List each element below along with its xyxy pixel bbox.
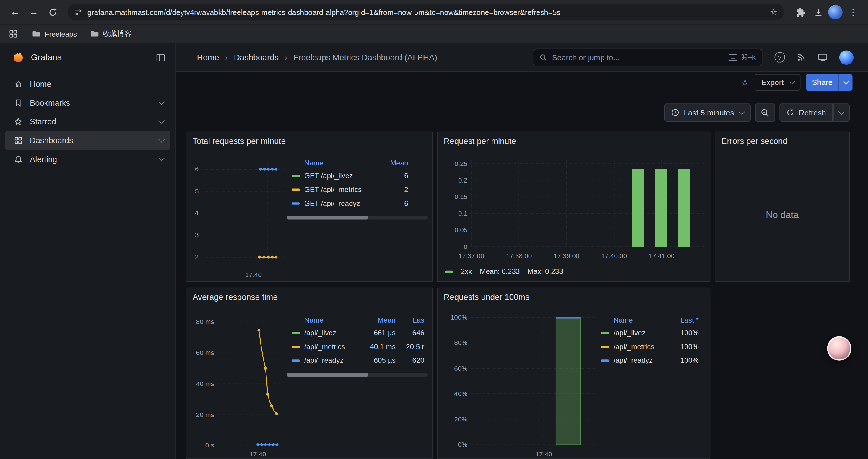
series-name[interactable]: GET /api/_livez — [304, 171, 375, 179]
series-name[interactable]: /api/_metrics — [304, 342, 354, 351]
column-header-name[interactable]: Name — [304, 316, 323, 324]
series-color-dash — [601, 345, 609, 347]
sidebar-item-starred[interactable]: Starred — [5, 112, 170, 131]
search-input[interactable]: Search or jump to... ⌘+k — [533, 48, 762, 66]
chevron-down-icon[interactable] — [158, 155, 164, 161]
sidebar-item-bookmarks[interactable]: Bookmarks — [5, 93, 170, 112]
zoom-out-button[interactable] — [755, 103, 775, 122]
help-button[interactable]: ? — [775, 52, 785, 63]
legend-row[interactable]: /api/_readyz 100% — [598, 354, 705, 367]
tv-kiosk-button[interactable] — [818, 53, 828, 62]
bookmark-item-freeleaps[interactable]: Freeleaps — [32, 29, 77, 38]
column-header-mean[interactable]: Mean — [354, 316, 396, 324]
chevron-down-icon — [739, 108, 745, 114]
apps-grid-button[interactable] — [8, 26, 19, 41]
legend-row[interactable]: GET /api/_metrics 2 — [286, 183, 428, 196]
bookmark-item-blogs[interactable]: 收藏博客 — [90, 29, 131, 39]
forward-button[interactable]: → — [25, 4, 42, 21]
time-range-label: Last 5 minutes — [684, 108, 734, 117]
browser-menu-button[interactable]: ⋮ — [845, 4, 861, 21]
legend-table: Name Mean GET /api/_livez 6 GET /api/_me… — [286, 157, 428, 210]
legend-row[interactable]: /api/_metrics 40.1 ms 20.5 r — [286, 340, 428, 354]
share-menu-button[interactable] — [839, 74, 852, 91]
legend-row[interactable]: /api/_livez 100% — [598, 326, 705, 340]
dashboards-icon — [14, 136, 23, 145]
legend-row[interactable]: GET /api/_livez 6 — [286, 169, 428, 183]
series-last: 646 — [396, 328, 424, 337]
series-name[interactable]: /api/_readyz — [614, 356, 668, 364]
time-range-picker[interactable]: Last 5 minutes — [664, 103, 751, 122]
share-label: Share — [812, 78, 833, 87]
refresh-button[interactable]: Refresh — [779, 103, 833, 122]
series-name[interactable]: 2xx — [461, 267, 472, 275]
export-label: Export — [761, 78, 784, 87]
refresh-interval-button[interactable] — [833, 103, 850, 122]
series-name[interactable]: /api/_livez — [614, 328, 668, 337]
chevron-down-icon[interactable] — [158, 136, 164, 142]
panel-errors-per-second: Errors per second No data — [715, 132, 850, 282]
column-header-mean[interactable]: Mean — [375, 158, 408, 167]
downloads-button[interactable] — [810, 4, 826, 20]
bookmark-page-star-icon[interactable]: ☆ — [770, 7, 777, 17]
reload-button[interactable] — [44, 4, 61, 21]
sidebar-item-alerting[interactable]: Alerting — [5, 150, 170, 169]
series-color-dash — [291, 202, 300, 204]
breadcrumb-dashboards[interactable]: Dashboards — [234, 53, 278, 62]
site-info-icon[interactable] — [74, 8, 83, 16]
column-header-last[interactable]: Last * — [668, 316, 699, 324]
series-name[interactable]: /api/_metrics — [614, 342, 668, 351]
search-shortcut: ⌘+k — [728, 53, 756, 61]
legend-row[interactable]: /api/_livez 661 µs 646 — [286, 326, 428, 340]
bell-icon — [14, 155, 23, 164]
sidebar-header: Grafana — [0, 43, 176, 72]
series-color-dash — [291, 189, 300, 191]
legend-row[interactable]: /api/_readyz 605 µs 620 — [286, 354, 428, 367]
breadcrumb-separator: › — [285, 53, 287, 62]
header-icons: ? — [775, 50, 854, 64]
series-mean: 661 µs — [354, 328, 396, 337]
share-button[interactable]: Share — [806, 74, 839, 91]
favorite-dashboard-star-icon[interactable]: ☆ — [741, 76, 749, 88]
search-icon — [539, 54, 547, 61]
legend-row[interactable]: /api/_metrics 100% — [598, 340, 705, 354]
floating-assistant-avatar[interactable] — [827, 336, 851, 360]
series-name[interactable]: /api/_readyz — [304, 356, 354, 364]
export-button[interactable]: Export — [754, 74, 800, 91]
grafana-logo[interactable] — [12, 52, 24, 64]
series-last: 100% — [668, 356, 699, 364]
panel-title[interactable]: Errors per second — [721, 136, 787, 145]
browser-profile-avatar[interactable] — [828, 5, 843, 20]
scrollbar-thumb[interactable] — [286, 216, 368, 220]
column-header-name[interactable]: Name — [614, 316, 633, 324]
series-name[interactable]: GET /api/_metrics — [304, 185, 375, 193]
series-color-dash — [291, 332, 300, 334]
column-header-last[interactable]: Las — [396, 316, 424, 324]
back-button[interactable]: ← — [6, 4, 23, 21]
legend-scrollbar[interactable] — [286, 216, 428, 220]
panel-left-icon — [156, 53, 165, 62]
folder-icon — [32, 29, 41, 38]
extensions-button[interactable] — [793, 4, 808, 20]
series-color-dash — [291, 359, 300, 361]
dock-sidebar-button[interactable] — [156, 53, 165, 62]
chevron-down-icon[interactable] — [158, 99, 164, 105]
series-color-dash — [601, 359, 609, 361]
sidebar-item-home[interactable]: Home — [5, 75, 170, 94]
legend-scrollbar[interactable] — [286, 373, 428, 376]
sidebar-item-dashboards[interactable]: Dashboards — [5, 131, 170, 150]
apps-grid-icon — [9, 29, 18, 38]
screen: ← → grafana.mathmast.com/d/deytv4rwavabk… — [0, 0, 868, 459]
series-name[interactable]: GET /api/_readyz — [304, 199, 375, 207]
url-bar[interactable]: grafana.mathmast.com/d/deytv4rwavabkb/fr… — [67, 4, 784, 21]
scrollbar-thumb[interactable] — [286, 373, 368, 376]
bar-chart — [438, 132, 710, 282]
news-rss-button[interactable] — [797, 53, 806, 62]
column-header-name[interactable]: Name — [304, 158, 323, 167]
user-avatar[interactable] — [839, 50, 854, 64]
panel-total-requests: Total requests per minute 6 5 4 3 2 17:4… — [186, 132, 433, 282]
chevron-down-icon[interactable] — [158, 118, 164, 124]
time-controls: Last 5 minutes Refresh — [176, 103, 850, 122]
series-name[interactable]: /api/_livez — [304, 328, 354, 337]
legend-row[interactable]: GET /api/_readyz 6 — [286, 196, 428, 210]
breadcrumb-home[interactable]: Home — [197, 53, 219, 62]
